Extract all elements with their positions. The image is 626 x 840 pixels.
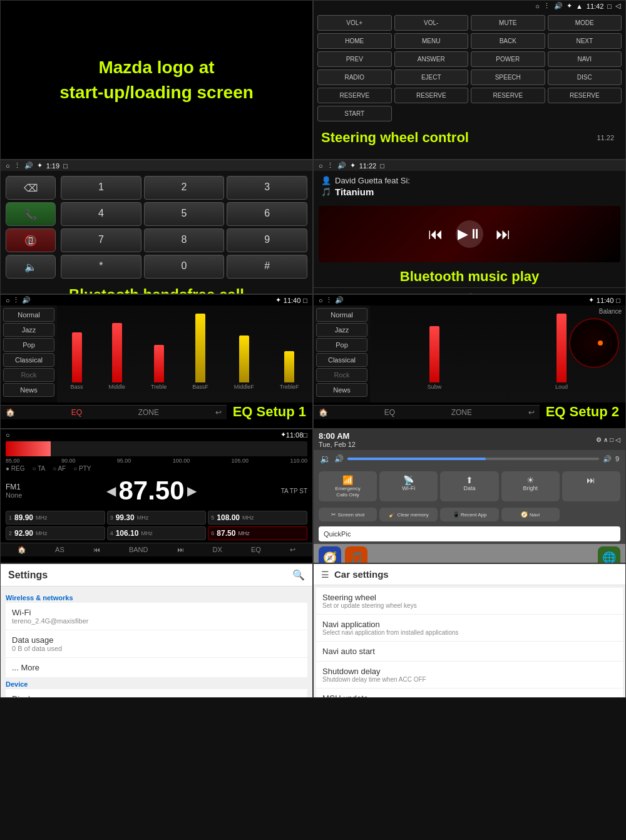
sw-answer[interactable]: ANSWER: [394, 51, 469, 67]
call-accept-btn[interactable]: 📞: [6, 202, 56, 226]
prev-track-btn[interactable]: ⏮: [428, 225, 443, 243]
sw-reserve-3[interactable]: RESERVE: [471, 88, 545, 103]
numpad-7[interactable]: 7: [61, 228, 141, 252]
eq2-preset-news[interactable]: News: [316, 383, 367, 397]
pd-toggle-next[interactable]: ⏭: [562, 471, 620, 501]
eq1-menu-label[interactable]: EQ: [71, 408, 82, 417]
sw-disc[interactable]: DISC: [548, 69, 622, 85]
backspace-btn[interactable]: ⌫: [6, 176, 56, 200]
fm-tune-down-btn[interactable]: ◀: [106, 483, 116, 498]
sw-reserve-1[interactable]: RESERVE: [317, 88, 392, 103]
car-settings-menu-icon[interactable]: ☰: [321, 570, 329, 580]
android-setting-more[interactable]: ... More: [6, 658, 307, 678]
fm-nav-next[interactable]: ⏭: [177, 546, 184, 554]
fm-preset-2[interactable]: 2 92.90 MHz: [6, 526, 105, 540]
pd-app-chrome[interactable]: 🌐: [598, 546, 620, 563]
fm-nav-prev[interactable]: ⏮: [93, 546, 100, 554]
sw-vol-minus[interactable]: VOL-: [394, 15, 469, 31]
numpad-8[interactable]: 8: [144, 228, 225, 252]
sw-start[interactable]: START: [317, 106, 392, 121]
eq1-preset-rock[interactable]: Rock: [3, 368, 54, 382]
eq2-preset-pop[interactable]: Pop: [316, 338, 367, 352]
pd-app-maps[interactable]: 🧭: [319, 546, 341, 563]
sw-back[interactable]: BACK: [471, 33, 545, 49]
eq1-preset-jazz[interactable]: Jazz: [3, 323, 54, 337]
fm-preset-4[interactable]: 4 106.10 MHz: [107, 526, 207, 540]
fm-nav-eq[interactable]: EQ: [251, 546, 261, 554]
numpad-9[interactable]: 9: [227, 228, 307, 252]
fm-tune-up-btn[interactable]: ▶: [187, 483, 197, 498]
sw-navi[interactable]: NAVI: [548, 51, 622, 67]
fm-nav-back[interactable]: ↩: [290, 546, 295, 554]
car-setting-steering[interactable]: Steering wheel Set or update steering wh…: [316, 588, 623, 615]
android-setting-display[interactable]: Display: [6, 689, 307, 698]
sw-reserve-4[interactable]: RESERVE: [548, 88, 622, 103]
fm-nav-home[interactable]: 🏠: [18, 546, 26, 554]
sw-radio[interactable]: RADIO: [317, 69, 392, 85]
eq2-menu-label[interactable]: EQ: [384, 408, 395, 417]
sw-menu[interactable]: MENU: [394, 33, 469, 49]
numpad-1[interactable]: 1: [61, 176, 141, 200]
eq1-preset-normal[interactable]: Normal: [3, 308, 54, 322]
numpad-star[interactable]: *: [61, 255, 141, 279]
eq2-preset-rock[interactable]: Rock: [316, 368, 367, 382]
fm-tuner-bar[interactable]: [6, 441, 307, 456]
eq2-back-icon[interactable]: ↩: [528, 408, 535, 417]
pd-volume-bar[interactable]: [347, 458, 599, 460]
sw-prev[interactable]: PREV: [317, 51, 392, 67]
pd-action-screenshot[interactable]: ✂ Screen shot: [319, 508, 377, 521]
eq1-preset-classical[interactable]: Classical: [3, 353, 54, 367]
fm-nav-as[interactable]: AS: [55, 546, 64, 554]
sw-home[interactable]: HOME: [317, 33, 392, 49]
fm-nav-dx[interactable]: DX: [213, 546, 222, 554]
pd-action-navi[interactable]: 🧭 Navi: [501, 508, 560, 521]
sw-reserve-2[interactable]: RESERVE: [394, 88, 469, 103]
eq1-back-icon[interactable]: ↩: [215, 408, 222, 417]
fm-nav-band[interactable]: BAND: [129, 546, 148, 554]
pd-toggle-bright[interactable]: ☀ Bright: [501, 471, 560, 501]
eq2-preset-normal[interactable]: Normal: [316, 308, 367, 322]
numpad-6[interactable]: 6: [227, 202, 307, 226]
fm-preset-6[interactable]: 6 87.50 MHz: [208, 526, 307, 540]
car-setting-navi-autostart[interactable]: Navi auto start: [316, 642, 623, 662]
android-settings-search-icon[interactable]: 🔍: [292, 569, 305, 581]
fm-preset-1[interactable]: 1 89.90 MHz: [6, 511, 105, 525]
pd-toggle-wifi[interactable]: 📡 Wi-Fi: [379, 471, 438, 501]
eq1-home-icon[interactable]: 🏠: [6, 408, 15, 417]
pd-toggle-data[interactable]: ⬆ Data: [440, 471, 498, 501]
pd-action-recent[interactable]: 📱 Recent App: [440, 508, 498, 521]
play-pause-btn[interactable]: ▶⏸: [456, 220, 483, 248]
numpad-5[interactable]: 5: [144, 202, 225, 226]
eq2-preset-jazz[interactable]: Jazz: [316, 323, 367, 337]
pd-app-media[interactable]: 🎵: [345, 546, 367, 563]
sw-mode[interactable]: MODE: [548, 15, 622, 31]
eq1-preset-pop[interactable]: Pop: [3, 338, 54, 352]
numpad-hash[interactable]: #: [227, 255, 307, 279]
sw-next[interactable]: NEXT: [548, 33, 622, 49]
android-setting-data-usage[interactable]: Data usage 0 B of data used: [6, 630, 307, 658]
numpad-0[interactable]: 0: [144, 255, 225, 279]
car-setting-navi-app[interactable]: Navi application Select navi application…: [316, 615, 623, 642]
eq2-preset-classical[interactable]: Classical: [316, 353, 367, 367]
sw-mute[interactable]: MUTE: [471, 15, 545, 31]
car-setting-shutdown[interactable]: Shutdown delay Shutdown delay time when …: [316, 662, 623, 689]
speaker-btn[interactable]: 🔈: [6, 255, 56, 279]
numpad-2[interactable]: 2: [144, 176, 225, 200]
fm-preset-5[interactable]: 5 108.00 MHz: [208, 511, 307, 525]
numpad-4[interactable]: 4: [61, 202, 141, 226]
sw-power[interactable]: POWER: [471, 51, 545, 67]
sw-vol-plus[interactable]: VOL+: [317, 15, 392, 31]
pd-action-clear-memory[interactable]: 🧹 Clear memory: [379, 508, 438, 521]
pd-toggle-emergency[interactable]: 📶 EmergencyCalls Only: [319, 471, 377, 501]
fm-preset-3[interactable]: 3 99.30 MHz: [107, 511, 207, 525]
sw-speech[interactable]: SPEECH: [471, 69, 545, 85]
pd-expand-icon[interactable]: ∧: [603, 436, 608, 443]
eq2-balance-dial[interactable]: [569, 318, 619, 368]
eq1-preset-news[interactable]: News: [3, 383, 54, 397]
numpad-3[interactable]: 3: [227, 176, 307, 200]
sw-eject[interactable]: EJECT: [394, 69, 469, 85]
pd-settings-icon[interactable]: ⚙: [596, 436, 602, 443]
car-setting-mcu-update[interactable]: MCU update Warning: No ignition and No p…: [316, 689, 623, 698]
android-setting-wifi[interactable]: Wi-Fi tereno_2.4G@maxisfiber: [6, 603, 307, 630]
eq2-home-icon[interactable]: 🏠: [319, 408, 328, 417]
